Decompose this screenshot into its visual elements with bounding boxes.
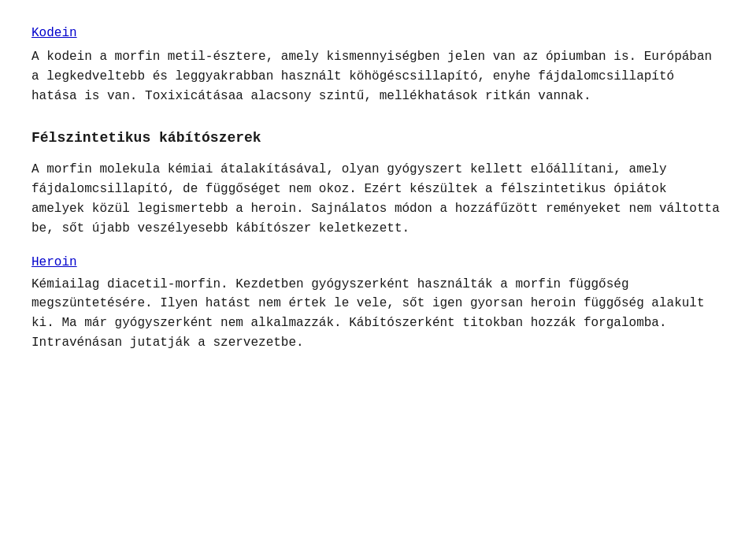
kodein-paragraph: A kodein a morfin metil-észtere, amely k… (32, 47, 724, 106)
kodein-heading: Kodein (32, 24, 724, 43)
felszintetikus-section: Félszintetikus kábítószerek A morfin mol… (32, 128, 724, 238)
felszintetikus-paragraph: A morfin molekula kémiai átalakításával,… (32, 160, 724, 238)
felszintetikus-heading: Félszintetikus kábítószerek (32, 128, 724, 149)
heroin-paragraph: Kémiailag diacetil-morfin. Kezdetben gyó… (32, 275, 724, 353)
heroin-section: Heroin Kémiailag diacetil-morfin. Kezdet… (32, 253, 724, 353)
kodein-section: Kodein A kodein a morfin metil-észtere, … (32, 24, 724, 106)
heroin-heading: Heroin (32, 253, 724, 272)
